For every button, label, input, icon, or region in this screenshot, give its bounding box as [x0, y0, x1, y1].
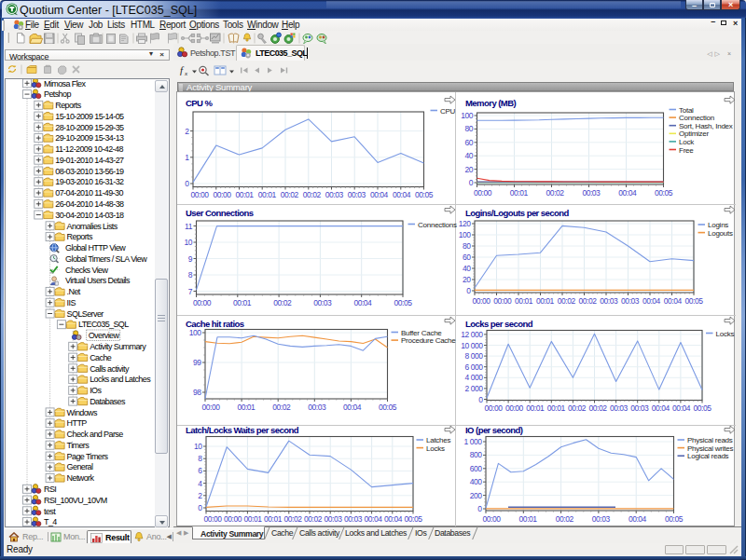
svg-text:00:02: 00:02	[273, 298, 292, 307]
svg-text:0: 0	[198, 503, 202, 512]
svg-text:Databases: Databases	[90, 397, 126, 406]
svg-text:00:00: 00:00	[224, 514, 242, 524]
svg-text:29-10-2009 15-34-13: 29-10-2009 15-34-13	[55, 133, 124, 143]
svg-text:User Connections: User Connections	[186, 208, 254, 218]
svg-text:SQLServer: SQLServer	[67, 309, 104, 319]
svg-text:00:05: 00:05	[415, 190, 434, 199]
svg-text:00:03: 00:03	[324, 514, 342, 524]
svg-text:0: 0	[478, 395, 483, 404]
svg-text:30-04-2010 14-03-18: 30-04-2010 14-03-18	[55, 211, 124, 220]
svg-text:00:02: 00:02	[588, 403, 607, 413]
svg-text:CPU %: CPU %	[186, 98, 213, 108]
svg-text:00:01: 00:01	[264, 514, 283, 524]
svg-text:Locks: Locks	[426, 444, 445, 453]
svg-text:07-04-2010 11-49-30: 07-04-2010 11-49-30	[55, 188, 123, 198]
svg-text:00:00: 00:00	[201, 403, 220, 412]
svg-text:IOs: IOs	[90, 386, 102, 395]
svg-text:HTTP: HTTP	[67, 418, 88, 428]
svg-text:0: 0	[477, 504, 482, 513]
svg-text:00:03: 00:03	[610, 403, 629, 413]
svg-text:2: 2	[198, 491, 202, 500]
svg-text:10 000: 10 000	[461, 341, 483, 350]
svg-text:00:05: 00:05	[684, 296, 703, 306]
svg-text:Global HTTP View: Global HTTP View	[65, 243, 126, 253]
svg-text:Locks: Locks	[716, 330, 735, 338]
svg-text:00:01: 00:01	[237, 403, 256, 412]
svg-text:7: 7	[188, 287, 193, 296]
svg-text:00:04: 00:04	[343, 403, 362, 412]
svg-text:8: 8	[188, 270, 193, 280]
svg-text:00:00: 00:00	[190, 190, 209, 199]
svg-text:00:00: 00:00	[484, 403, 503, 413]
svg-text:20: 20	[464, 165, 473, 174]
svg-text:00:04: 00:04	[384, 514, 403, 524]
svg-text:.Net: .Net	[67, 287, 81, 296]
svg-text:00:05: 00:05	[693, 403, 711, 413]
svg-text:00:00: 00:00	[193, 298, 212, 307]
svg-text:6 000: 6 000	[464, 362, 483, 372]
svg-text:120: 120	[459, 219, 472, 228]
svg-text:Locks per second: Locks per second	[465, 319, 533, 329]
svg-text:00:01: 00:01	[233, 298, 252, 307]
svg-text:100: 100	[459, 230, 472, 239]
svg-text:Petshop: Petshop	[44, 89, 71, 99]
svg-text:800: 800	[470, 450, 483, 459]
svg-text:00:04: 00:04	[672, 403, 691, 413]
svg-text:4: 4	[198, 479, 202, 488]
svg-text:100: 100	[461, 111, 474, 120]
svg-text:00:04: 00:04	[393, 190, 411, 199]
svg-text:8 000: 8 000	[464, 351, 483, 361]
svg-text:Free: Free	[679, 146, 694, 155]
svg-text:00:03: 00:03	[592, 514, 611, 524]
svg-text:15-10-2009 15-14-05: 15-10-2009 15-14-05	[55, 112, 124, 121]
svg-text:IO (per second): IO (per second)	[465, 425, 523, 435]
svg-text:20: 20	[463, 275, 471, 284]
svg-text:00:03: 00:03	[582, 188, 601, 198]
svg-text:00:05: 00:05	[655, 188, 673, 198]
svg-text:Logouts: Logouts	[708, 229, 733, 238]
svg-text:Cache hit ratios: Cache hit ratios	[186, 319, 244, 329]
svg-text:00:00: 00:00	[474, 188, 492, 198]
svg-text:19-03-2010 16-31-32: 19-03-2010 16-31-32	[55, 177, 124, 186]
svg-text:Logical reads: Logical reads	[687, 452, 729, 460]
svg-text:00:00: 00:00	[493, 296, 512, 306]
svg-text:00:02: 00:02	[303, 190, 322, 199]
svg-text:19-01-2010 14-43-27: 19-01-2010 14-43-27	[55, 156, 124, 165]
svg-text:00:02: 00:02	[272, 403, 291, 412]
svg-text:26-04-2010 14-48-38: 26-04-2010 14-48-38	[55, 199, 124, 209]
svg-text:00:03: 00:03	[308, 403, 326, 412]
svg-text:100: 100	[189, 328, 202, 337]
svg-text:0: 0	[469, 178, 474, 187]
svg-text:00:04: 00:04	[664, 296, 683, 306]
svg-text:00:05: 00:05	[404, 514, 422, 524]
svg-text:Timers: Timers	[67, 441, 90, 450]
svg-text:Calls activity: Calls activity	[90, 364, 130, 374]
svg-text:00:04: 00:04	[618, 188, 637, 198]
svg-text:LTEC035_SQL: LTEC035_SQL	[78, 320, 129, 329]
svg-text:Reports: Reports	[55, 101, 81, 110]
svg-text:00:05: 00:05	[665, 514, 684, 524]
svg-text:Latch/Locks Waits per second: Latch/Locks Waits per second	[186, 425, 299, 435]
svg-text:00:00: 00:00	[213, 190, 231, 199]
svg-text:00:01: 00:01	[510, 188, 529, 198]
svg-text:RSI_100VU_10VM: RSI_100VU_10VM	[44, 496, 107, 505]
svg-text:test: test	[44, 507, 56, 516]
svg-text:00:00: 00:00	[482, 514, 501, 524]
svg-text:08-03-2010 13-56-19: 08-03-2010 13-56-19	[55, 167, 124, 176]
svg-text:Activity Summary: Activity Summary	[90, 342, 146, 351]
svg-text:Locks and Latches: Locks and Latches	[90, 375, 151, 384]
svg-text:Network: Network	[67, 473, 95, 483]
svg-text:00:00: 00:00	[505, 403, 524, 413]
svg-text:00:03: 00:03	[348, 190, 366, 199]
svg-text:Anomalies Lists: Anomalies Lists	[67, 222, 118, 231]
svg-text:General: General	[67, 462, 93, 471]
svg-text:Windows: Windows	[67, 408, 98, 417]
svg-text:4 000: 4 000	[464, 373, 483, 382]
svg-text:8: 8	[198, 454, 202, 463]
svg-text:00:03: 00:03	[344, 514, 363, 524]
svg-text:00:02: 00:02	[558, 296, 576, 306]
svg-text:00:05: 00:05	[379, 403, 397, 412]
svg-text:400: 400	[470, 477, 483, 486]
svg-text:T_4: T_4	[44, 517, 57, 526]
svg-text:IIS: IIS	[67, 298, 76, 307]
